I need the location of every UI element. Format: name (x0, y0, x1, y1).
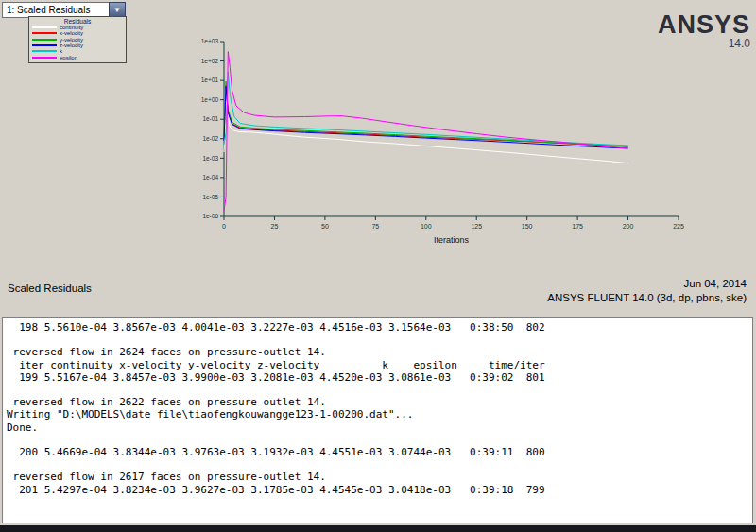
chart-caption-title: Scaled Residuals (8, 283, 92, 294)
legend-color-swatch (32, 57, 57, 59)
y-axis-tick-label: 1e-02 (202, 135, 218, 142)
legend-label: y-velocity (60, 37, 83, 43)
x-axis-tick-label: 25 (271, 223, 279, 230)
y-axis-tick-label: 1e-05 (202, 194, 218, 200)
x-axis-tick-label: 0 (222, 223, 226, 230)
console-text: 198 5.5610e-04 3.8567e-03 4.0041e-03 3.2… (3, 318, 752, 499)
legend-label: z-velocity (60, 43, 83, 48)
y-axis-tick-label: 1e-01 (202, 115, 218, 122)
x-axis-tick-label: 50 (321, 223, 329, 230)
chart-x-axis-label: Iterations (434, 235, 470, 245)
legend-color-swatch (32, 39, 57, 41)
residuals-chart: 1e+031e+021e+011e+001e-011e-021e-031e-04… (180, 32, 695, 254)
y-axis-tick-label: 1e-04 (202, 174, 218, 180)
legend-color-swatch (32, 26, 57, 28)
series-line-k (224, 72, 628, 146)
chart-caption-meta: Jun 04, 2014 ANSYS FLUENT 14.0 (3d, dp, … (547, 277, 747, 305)
caption-app-version: ANSYS FLUENT 14.0 (3d, dp, pbns, ske) (547, 291, 747, 305)
legend-label: x-velocity (60, 30, 83, 36)
legend-label: epsilon (60, 55, 77, 60)
y-axis-tick-label: 1e+02 (201, 58, 219, 64)
y-axis-tick-label: 1e+00 (201, 96, 219, 103)
legend-label: k (60, 48, 62, 54)
x-axis-tick-label: 75 (371, 223, 379, 230)
legend-title: Residuals (31, 18, 124, 25)
x-axis-tick-label: 175 (572, 223, 583, 230)
console[interactable]: 198 5.5610e-04 3.8567e-03 4.0041e-03 3.2… (2, 317, 753, 523)
bottom-window-edge (0, 525, 756, 532)
series-line-y-velocity (224, 81, 628, 146)
x-axis-tick-label: 225 (673, 223, 684, 230)
legend-color-swatch (32, 50, 57, 52)
x-axis-tick-label: 125 (471, 223, 482, 230)
x-axis-tick-label: 200 (623, 223, 634, 230)
legend: Residuals continuityx-velocityy-velocity… (28, 16, 127, 63)
legend-label: continuity (60, 25, 83, 30)
series-line-x-velocity (224, 85, 628, 147)
x-axis-tick-label: 150 (522, 223, 533, 230)
y-axis-tick-label: 1e-03 (202, 155, 218, 162)
legend-color-swatch (32, 32, 57, 34)
series-line-continuity (224, 101, 628, 163)
y-axis-tick-label: 1e+01 (201, 77, 219, 83)
fluent-window: 1: Scaled Residuals ▼ Residuals continui… (0, 0, 756, 532)
x-axis-tick-label: 100 (421, 223, 432, 230)
y-axis-tick-label: 1e-06 (202, 213, 218, 219)
legend-items: continuityx-velocityy-velocityz-velocity… (31, 25, 124, 60)
legend-item: epsilon (31, 54, 124, 60)
legend-color-swatch (32, 44, 57, 46)
chevron-down-icon: ▼ (113, 6, 121, 14)
caption-date: Jun 04, 2014 (547, 277, 747, 291)
y-axis-tick-label: 1e+03 (201, 38, 219, 44)
